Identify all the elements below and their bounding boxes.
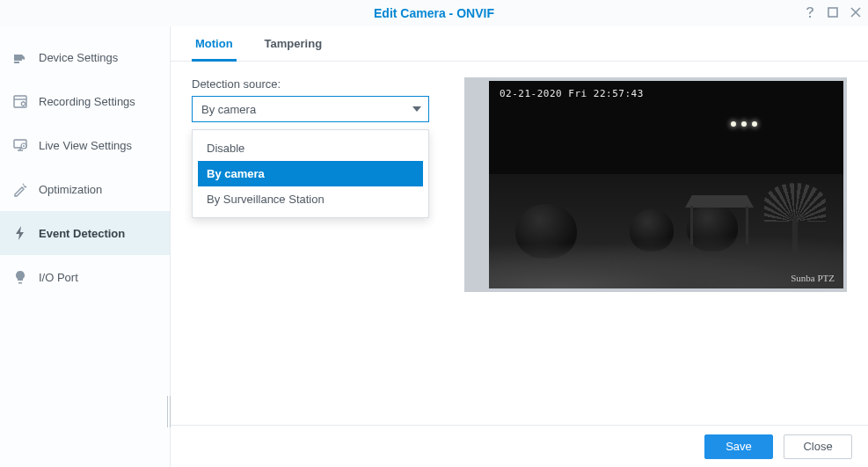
tab-label: Motion <box>195 37 233 50</box>
save-button[interactable]: Save <box>704 434 773 459</box>
edit-camera-window: Edit Camera - ONVIF Device Settings <box>0 0 868 467</box>
sidebar-item-live-view-settings[interactable]: Live View Settings <box>0 123 170 167</box>
footer: Save Close <box>171 425 868 467</box>
maximize-icon[interactable] <box>826 5 840 19</box>
content: Detection source: By camera Disable By c… <box>171 62 868 425</box>
sidebar-item-optimization[interactable]: Optimization <box>0 167 170 211</box>
sidebar-item-event-detection[interactable]: Event Detection <box>0 211 170 255</box>
sidebar-item-io-port[interactable]: I/O Port <box>0 255 170 299</box>
bolt-icon <box>12 225 28 241</box>
svg-rect-0 <box>828 8 837 17</box>
tabs: Motion Tampering <box>171 26 868 62</box>
detection-source-label: Detection source: <box>192 77 447 91</box>
sidebar-item-label: Event Detection <box>39 227 125 240</box>
titlebar: Edit Camera - ONVIF <box>0 0 868 26</box>
sidebar-item-label: Device Settings <box>39 51 118 64</box>
detection-source-dropdown: Disable By camera By Surveillance Statio… <box>192 129 429 218</box>
body: Device Settings Recording Settings Live … <box>0 26 868 467</box>
bulb-icon <box>12 269 28 285</box>
preview-timestamp: 02-21-2020 Fri 22:57:43 <box>500 88 644 99</box>
camera-icon <box>12 49 28 65</box>
help-icon[interactable] <box>803 5 817 19</box>
sidebar-item-label: I/O Port <box>39 271 78 284</box>
monitor-icon <box>12 137 28 153</box>
window-controls <box>803 5 863 19</box>
tab-motion[interactable]: Motion <box>192 28 237 61</box>
camera-preview-frame: 02-21-2020 Fri 22:57:43 Sunba PTZ <box>464 77 847 292</box>
sidebar-item-label: Recording Settings <box>39 95 135 108</box>
form-column: Detection source: By camera Disable By c… <box>192 77 447 425</box>
tab-tampering[interactable]: Tampering <box>261 28 326 61</box>
select-value: By camera <box>201 103 256 116</box>
tab-label: Tampering <box>265 37 323 50</box>
main: Motion Tampering Detection source: By ca… <box>171 26 868 467</box>
close-icon[interactable] <box>849 5 863 19</box>
dropdown-option-by-surveillance-station[interactable]: By Surveillance Station <box>198 186 423 212</box>
close-button[interactable]: Close <box>784 434 852 459</box>
detection-source-select[interactable]: By camera <box>192 96 429 122</box>
dropdown-option-disable[interactable]: Disable <box>198 135 423 161</box>
preview-watermark: Sunba PTZ <box>791 273 835 283</box>
calendar-gear-icon <box>12 93 28 109</box>
sidebar-item-device-settings[interactable]: Device Settings <box>0 35 170 79</box>
sidebar: Device Settings Recording Settings Live … <box>0 26 171 467</box>
chevron-down-icon <box>412 106 421 112</box>
window-title: Edit Camera - ONVIF <box>374 6 494 20</box>
wand-icon <box>12 181 28 197</box>
dropdown-option-by-camera[interactable]: By camera <box>198 161 423 186</box>
camera-preview: 02-21-2020 Fri 22:57:43 Sunba PTZ <box>489 81 843 288</box>
svg-point-5 <box>23 145 25 147</box>
sidebar-item-recording-settings[interactable]: Recording Settings <box>0 79 170 123</box>
preview-column: 02-21-2020 Fri 22:57:43 Sunba PTZ <box>464 77 847 425</box>
sidebar-item-label: Live View Settings <box>39 139 132 152</box>
sidebar-item-label: Optimization <box>39 183 102 196</box>
